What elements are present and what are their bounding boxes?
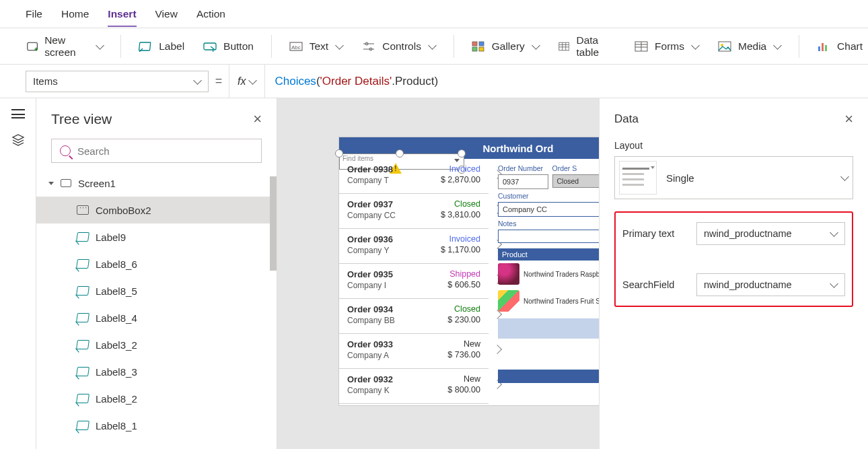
tree-search-box[interactable] <box>51 139 262 163</box>
order-status: Shipped <box>449 269 480 279</box>
hamburger-icon[interactable] <box>11 109 25 118</box>
forms-icon <box>635 41 648 52</box>
menu-action[interactable]: Action <box>196 8 225 20</box>
label-icon <box>76 340 89 349</box>
tree-node-label: Screen1 <box>78 178 116 189</box>
tree-node-label9[interactable]: Label9 <box>36 223 277 250</box>
svg-rect-15 <box>479 47 484 51</box>
property-selector[interactable]: Items <box>26 71 209 92</box>
media-button[interactable]: Media <box>713 28 787 65</box>
layers-icon[interactable] <box>11 133 25 150</box>
product-row[interactable]: Northwind Traders Raspb <box>498 261 602 287</box>
order-company: Company CC <box>347 211 396 220</box>
tree-node-combobox2[interactable]: ComboBox2 <box>36 197 277 223</box>
new-screen-button[interactable]: New screen <box>22 28 108 65</box>
screen-plus-icon <box>27 41 38 52</box>
order-company: Company A <box>347 351 393 360</box>
svg-rect-14 <box>472 47 477 51</box>
text-btn-text: Text <box>310 40 328 53</box>
menu-view[interactable]: View <box>155 8 178 20</box>
gallery-button[interactable]: Gallery <box>466 28 545 65</box>
order-row[interactable]: Order 0936Company YInvoiced$ 1,170.00 <box>339 229 489 264</box>
field-label: Order Number <box>498 164 548 172</box>
resize-handle[interactable] <box>396 149 404 158</box>
order-status: Closed <box>454 199 480 209</box>
tree-node-label8_4[interactable]: Label8_4 <box>36 304 277 331</box>
tree-node-label8_2[interactable]: Label8_2 <box>36 385 277 412</box>
menu-insert[interactable]: Insert <box>108 8 136 27</box>
order-status-badge[interactable]: Closed <box>552 174 603 188</box>
menu-home[interactable]: Home <box>61 8 89 20</box>
search-field-value: nwind_productname <box>704 279 792 290</box>
product-header: Product <box>498 248 602 261</box>
orders-gallery: Order 0938Company TInvoiced$ 2,870.00Ord… <box>339 159 489 404</box>
order-row[interactable]: Order 0938Company TInvoiced$ 2,870.00 <box>339 159 489 194</box>
label-icon <box>76 421 89 430</box>
chevron-down-icon <box>831 283 838 287</box>
svg-rect-25 <box>719 42 731 51</box>
tree-node-label: Label3_2 <box>96 339 137 351</box>
order-amount: $ 736.00 <box>447 350 480 359</box>
order-status: New <box>464 339 480 349</box>
chevron-down-icon <box>842 176 848 180</box>
order-row[interactable]: Order 0937Company CCClosed$ 3,810.00 <box>339 194 489 229</box>
data-table-btn-text: Data table <box>576 34 616 59</box>
fx-button[interactable]: fx <box>229 65 264 98</box>
text-button[interactable]: Abc Text <box>284 28 349 65</box>
tree-node-label: ComboBox2 <box>96 205 151 216</box>
tree-node-label8_5[interactable]: Label8_5 <box>36 277 277 304</box>
order-row[interactable]: Order 0933Company ANew$ 736.00 <box>339 334 489 369</box>
data-table-icon <box>558 41 570 52</box>
tree-title: Tree view <box>51 111 112 127</box>
order-number: Order 0936 <box>347 234 393 244</box>
product-row[interactable]: Northwind Traders Fruit S <box>498 287 602 314</box>
order-status: Closed <box>454 304 480 314</box>
chevron-down-icon <box>250 79 256 83</box>
label-icon <box>76 232 89 242</box>
search-icon <box>60 145 71 156</box>
data-table-button[interactable]: Data table <box>553 28 621 65</box>
combobox-icon <box>77 205 89 215</box>
formula-bar: Items = fx Choices( 'Order Details'.Prod… <box>0 65 868 98</box>
order-row[interactable]: Order 0932Company KNew$ 800.00 <box>339 369 489 404</box>
order-amount: $ 1,170.00 <box>441 245 480 254</box>
order-row[interactable]: Order 0935Company IShipped$ 606.50 <box>339 264 489 299</box>
notes-field[interactable] <box>498 230 602 243</box>
close-data-button[interactable]: × <box>844 110 853 128</box>
resize-handle[interactable] <box>335 149 343 158</box>
tree-node-label3_2[interactable]: Label3_2 <box>36 331 277 358</box>
tree-node-label8_3[interactable]: Label8_3 <box>36 358 277 385</box>
chevron-down-icon <box>429 44 436 48</box>
resize-handle[interactable] <box>458 149 466 158</box>
field-label: Customer <box>498 192 602 200</box>
order-status: Invoiced <box>449 164 480 174</box>
chart-btn-text: Chart <box>837 40 863 53</box>
button-button[interactable]: Button <box>198 28 259 65</box>
search-field-dropdown[interactable]: nwind_productname <box>696 273 845 296</box>
primary-text-dropdown[interactable]: nwind_productname <box>696 222 845 245</box>
label-icon <box>76 313 89 322</box>
controls-btn-text: Controls <box>382 40 421 53</box>
screen-icon <box>61 179 71 187</box>
order-number-field[interactable]: 0937 <box>498 174 548 189</box>
left-rail <box>0 98 36 449</box>
tree-scrollbar[interactable] <box>270 176 277 271</box>
order-company: Company BB <box>347 316 395 325</box>
tree-screen-node[interactable]: Screen1 <box>36 170 277 197</box>
formula-input[interactable]: Choices( 'Order Details'.Product ) <box>264 65 868 98</box>
menu-file[interactable]: File <box>26 8 42 20</box>
customer-field[interactable]: Company CC <box>498 202 602 217</box>
label-button[interactable]: Label <box>133 28 190 65</box>
chart-button[interactable]: Chart <box>811 28 868 65</box>
close-tree-button[interactable]: × <box>253 110 262 128</box>
order-row[interactable]: Order 0934Company BBClosed$ 230.00 <box>339 299 489 334</box>
primary-text-label: Primary text <box>622 228 696 239</box>
controls-button[interactable]: Controls <box>357 28 441 65</box>
forms-button[interactable]: Forms <box>629 28 704 65</box>
tree-search-input[interactable] <box>77 145 253 157</box>
chevron-down-icon <box>533 44 540 48</box>
layout-selector[interactable]: Single <box>614 156 853 199</box>
caret-down-icon <box>48 182 54 185</box>
tree-node-label8_1[interactable]: Label8_1 <box>36 412 277 439</box>
tree-node-label8_6[interactable]: Label8_6 <box>36 250 277 277</box>
